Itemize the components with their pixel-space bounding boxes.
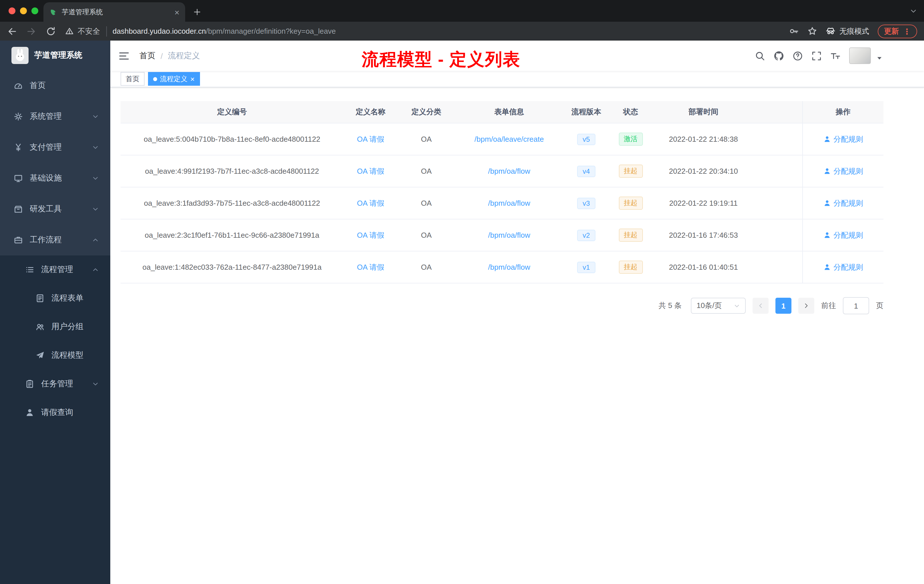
definition-name-link[interactable]: OA 请假 (357, 166, 384, 176)
definition-name-link[interactable]: OA 请假 (357, 262, 384, 272)
status-badge: 挂起 (619, 261, 643, 274)
security-label: 不安全 (78, 26, 100, 36)
content: 定义编号 定义名称 定义分类 表单信息 流程版本 状态 部署时间 操作 oa_l… (110, 87, 924, 314)
chevron-down-icon (92, 113, 99, 120)
tag-home[interactable]: 首页 (120, 72, 145, 86)
col-header-spacer (755, 101, 802, 123)
goto-page-input[interactable] (843, 297, 869, 314)
col-header-action: 操作 (802, 101, 883, 123)
url-text: dashboard.yudao.iocoder.cn/bpm/manager/d… (112, 27, 336, 35)
password-key-icon[interactable] (789, 26, 799, 36)
url-host: dashboard.yudao.iocoder.cn (112, 27, 206, 35)
incognito-badge: 无痕模式 (826, 26, 869, 36)
assign-rule-link[interactable]: 分配规则 (833, 230, 863, 240)
assign-rule-link[interactable]: 分配规则 (833, 198, 863, 208)
minimize-window-button[interactable] (20, 7, 27, 14)
version-tag: v5 (577, 134, 596, 145)
logo-avatar (12, 47, 28, 64)
address-bar[interactable]: 不安全 dashboard.yudao.iocoder.cn/bpm/manag… (65, 26, 781, 36)
definition-name-link[interactable]: OA 请假 (357, 230, 384, 240)
definition-name-link[interactable]: OA 请假 (357, 198, 384, 208)
sidebar-item-process-model[interactable]: 流程模型 (0, 341, 110, 370)
reload-button[interactable] (46, 26, 56, 36)
status-badge: 挂起 (619, 196, 643, 210)
assign-rule-link[interactable]: 分配规则 (833, 262, 863, 272)
sidebar-item-process-form[interactable]: 流程表单 (0, 284, 110, 313)
form-info-link[interactable]: /bpm/oa/leave/create (475, 135, 544, 144)
active-dot (153, 77, 157, 81)
sidebar-item-user-group[interactable]: 用户分组 (0, 313, 110, 341)
tag-process-definition[interactable]: 流程定义 × (148, 72, 200, 86)
page-1-button[interactable]: 1 (776, 298, 792, 314)
users-icon (35, 322, 45, 332)
zoom-window-button[interactable] (31, 7, 38, 14)
chevron-left-icon (757, 302, 764, 309)
status-badge: 挂起 (619, 229, 643, 242)
page-size-select[interactable]: 10条/页 (691, 298, 746, 314)
screen: 芋道管理系统 × 不安全 dashboard.yudao.iocoder.cn/… (0, 0, 924, 584)
avatar-caret-icon[interactable] (876, 55, 883, 62)
chevron-right-icon (803, 302, 810, 309)
user-avatar[interactable] (849, 48, 871, 64)
update-browser-button[interactable]: 更新 ⋮ (878, 24, 917, 38)
user-icon (823, 264, 831, 271)
tasks-icon (25, 379, 34, 389)
user-icon (823, 135, 831, 143)
form-info-link[interactable]: /bpm/oa/flow (488, 167, 530, 175)
assign-rule-link[interactable]: 分配规则 (833, 134, 863, 144)
pagination-total: 共 5 条 (658, 300, 682, 311)
prev-page-button[interactable] (752, 298, 769, 314)
sidebar-item-workflow[interactable]: 工作流程 (0, 224, 110, 256)
hamburger-icon[interactable] (118, 50, 130, 61)
bookmark-star-icon[interactable] (807, 26, 817, 36)
tab-title: 芋道管理系统 (62, 7, 170, 17)
close-window-button[interactable] (8, 7, 15, 14)
app-logo[interactable]: 芋道管理系统 (0, 41, 110, 70)
sidebar-item-system-management[interactable]: 系统管理 (0, 101, 110, 132)
sidebar-item-dev-tools[interactable]: 研发工具 (0, 194, 110, 224)
version-tag: v2 (577, 229, 596, 241)
form-info-link[interactable]: /bpm/oa/flow (488, 231, 530, 239)
chevron-down-icon (92, 144, 99, 151)
cell-deploy-time: 2022-01-22 20:34:10 (652, 155, 755, 187)
sidebar-item-infrastructure[interactable]: 基础设施 (0, 163, 110, 194)
form-info-link[interactable]: /bpm/oa/flow (488, 199, 530, 208)
table-body: oa_leave:5:004b710b-7b8a-11ec-8ef0-acde4… (120, 124, 883, 284)
close-icon[interactable]: × (190, 75, 195, 82)
help-icon[interactable] (792, 51, 803, 61)
assign-rule-link[interactable]: 分配规则 (833, 166, 863, 176)
browser-tab[interactable]: 芋道管理系统 × (43, 2, 185, 22)
tab-list-chevron-icon[interactable] (910, 7, 917, 15)
sidebar-item-payment-management[interactable]: 支付管理 (0, 132, 110, 163)
forward-button[interactable] (26, 26, 36, 36)
sidebar-item-task-management[interactable]: 任务管理 (0, 370, 110, 398)
back-button[interactable] (7, 26, 17, 36)
site-favicon-icon (49, 8, 57, 16)
definition-name-link[interactable]: OA 请假 (357, 134, 384, 144)
next-page-button[interactable] (798, 298, 814, 314)
browser-menu-dots-icon[interactable]: ⋮ (903, 27, 911, 35)
table-row: oa_leave:2:3c1f0ef1-76b1-11ec-9c66-a2380… (120, 219, 883, 251)
github-icon[interactable] (774, 51, 784, 61)
col-header-id: 定义编号 (120, 101, 343, 123)
breadcrumb-home[interactable]: 首页 (139, 51, 155, 61)
new-tab-button[interactable] (190, 5, 205, 20)
browser-chrome: 芋道管理系统 × 不安全 dashboard.yudao.iocoder.cn/… (0, 0, 924, 41)
font-size-icon[interactable] (830, 51, 841, 61)
form-info-link[interactable]: /bpm/oa/flow (488, 263, 530, 271)
toolbar-actions: 无痕模式 更新 ⋮ (789, 24, 917, 38)
col-header-category: 定义分类 (398, 101, 455, 123)
search-icon[interactable] (755, 51, 765, 61)
sidebar-item-home[interactable]: 首页 (0, 70, 110, 101)
close-tab-icon[interactable]: × (174, 8, 180, 16)
app-title: 芋道管理系统 (34, 50, 82, 61)
navbar-actions (755, 48, 883, 64)
page-size-value: 10条/页 (696, 300, 722, 311)
status-badge: 激活 (619, 133, 643, 146)
sidebar-item-process-management[interactable]: 流程管理 (0, 256, 110, 284)
chevron-up-icon (92, 237, 99, 243)
fullscreen-icon[interactable] (812, 51, 822, 61)
user-icon (823, 167, 831, 175)
breadcrumb: 首页 / 流程定义 (139, 51, 200, 61)
sidebar-item-leave-query[interactable]: 请假查询 (0, 398, 110, 427)
